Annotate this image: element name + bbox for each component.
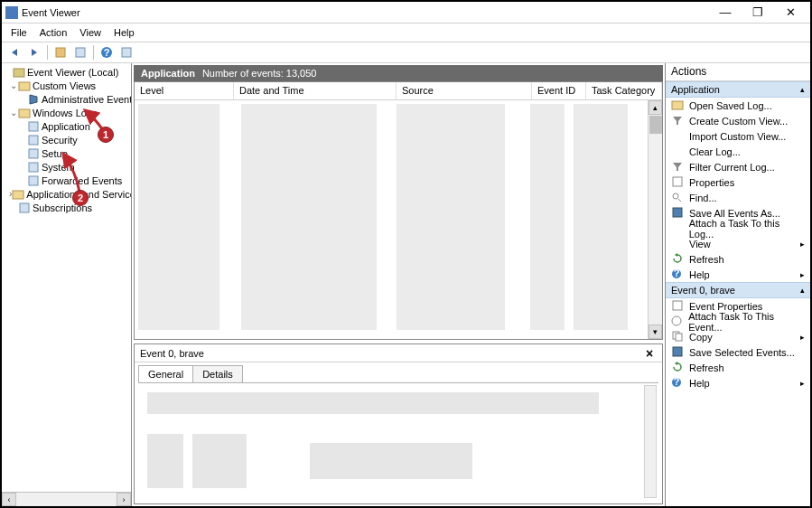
detail-panel: Event 0, brave × General Details — [134, 343, 663, 504]
find-icon — [671, 192, 686, 204]
svg-text:?: ? — [674, 268, 680, 278]
svg-rect-25 — [676, 334, 682, 341]
minimize-button[interactable]: — — [709, 4, 742, 22]
event-grid: Level Date and Time Source Event ID Task… — [134, 81, 663, 340]
svg-rect-12 — [29, 176, 38, 185]
tab-general[interactable]: General — [138, 365, 193, 382]
svg-rect-22 — [673, 301, 682, 310]
svg-rect-26 — [673, 347, 682, 356]
action-refresh[interactable]: Refresh — [666, 251, 810, 267]
detail-header: Event 0, brave × — [135, 344, 662, 362]
tree-subscriptions[interactable]: Subscriptions — [2, 201, 131, 214]
action-clear-log[interactable]: Clear Log... — [666, 144, 810, 159]
toolbar-btn-1[interactable] — [51, 43, 70, 61]
col-source[interactable]: Source — [397, 82, 532, 99]
help-icon: ? — [671, 268, 686, 281]
svg-rect-6 — [19, 82, 30, 90]
svg-rect-15 — [672, 101, 683, 109]
refresh-icon — [671, 362, 686, 374]
actions-section-application[interactable]: Application▴ — [666, 81, 810, 98]
main-area: Event Viewer (Local) ⌄Custom Views Admin… — [2, 63, 810, 506]
svg-rect-11 — [29, 163, 38, 172]
action-view[interactable]: View▸ — [666, 236, 810, 251]
properties-icon — [671, 300, 686, 313]
svg-rect-19 — [673, 208, 682, 217]
menu-bar: File Action View Help — [2, 24, 810, 42]
tree-root[interactable]: Event Viewer (Local) — [2, 65, 131, 79]
svg-rect-13 — [13, 191, 23, 199]
toolbar-btn-2[interactable] — [71, 43, 89, 61]
tree-admin-events[interactable]: Administrative Events — [2, 92, 131, 106]
help-icon: ? — [671, 377, 686, 390]
tree-custom-views[interactable]: ⌄Custom Views — [2, 79, 131, 92]
action-create-custom-view[interactable]: Create Custom View... — [666, 113, 810, 128]
list-log-name: Application — [141, 68, 195, 79]
detail-close-button[interactable]: × — [642, 346, 657, 361]
col-level[interactable]: Level — [135, 82, 234, 99]
detail-body — [138, 382, 658, 500]
grid-body[interactable]: ▴▾ — [135, 100, 662, 339]
action-help[interactable]: ?Help▸ — [666, 267, 810, 282]
tree-panel: Event Viewer (Local) ⌄Custom Views Admin… — [2, 63, 132, 506]
svg-rect-10 — [29, 149, 38, 158]
svg-line-18 — [678, 199, 681, 202]
center-panel: Application Number of events: 13,050 Lev… — [132, 63, 666, 506]
grid-header: Level Date and Time Source Event ID Task… — [135, 82, 662, 100]
action-properties[interactable]: Properties — [666, 174, 810, 190]
actions-section-event[interactable]: Event 0, brave▴ — [666, 282, 810, 298]
save-icon — [671, 346, 686, 359]
close-button[interactable]: ✕ — [774, 4, 807, 22]
back-button[interactable] — [5, 43, 23, 61]
maximize-button[interactable]: ❐ — [742, 4, 774, 22]
action-refresh-2[interactable]: Refresh — [666, 360, 810, 375]
refresh-icon — [671, 253, 686, 266]
annotation-marker-2: 2 — [72, 190, 89, 206]
action-copy[interactable]: Copy▸ — [666, 329, 810, 344]
action-attach-task-event[interactable]: Attach Task To This Event... — [666, 314, 810, 329]
svg-rect-14 — [20, 203, 29, 212]
svg-text:?: ? — [104, 47, 110, 58]
svg-rect-0 — [56, 48, 65, 57]
col-datetime[interactable]: Date and Time — [234, 82, 397, 99]
window-title: Event Viewer — [18, 7, 709, 18]
col-eventid[interactable]: Event ID — [532, 82, 586, 99]
tab-details[interactable]: Details — [192, 365, 243, 382]
action-import-custom-view[interactable]: Import Custom View... — [666, 128, 810, 144]
menu-view[interactable]: View — [74, 25, 107, 40]
tree-h-scrollbar[interactable]: ‹› — [2, 492, 131, 506]
toolbar-btn-3[interactable] — [117, 43, 135, 61]
save-icon — [671, 207, 686, 220]
detail-v-scrollbar[interactable] — [644, 385, 657, 498]
app-icon — [5, 6, 18, 19]
help-button[interactable]: ? — [98, 43, 116, 61]
col-taskcat[interactable]: Task Category — [586, 82, 662, 99]
list-header: Application Number of events: 13,050 — [134, 65, 663, 81]
action-attach-task-log[interactable]: Attach a Task To this Log... — [666, 221, 810, 236]
toolbar: ? — [2, 42, 810, 63]
action-save-selected[interactable]: Save Selected Events... — [666, 344, 810, 360]
task-icon — [671, 315, 685, 328]
menu-action[interactable]: Action — [34, 25, 73, 40]
svg-point-17 — [673, 193, 678, 199]
action-find[interactable]: Find... — [666, 190, 810, 205]
action-open-saved-log[interactable]: Open Saved Log... — [666, 98, 810, 113]
copy-icon — [671, 331, 686, 343]
svg-rect-1 — [76, 48, 85, 57]
svg-text:?: ? — [674, 377, 680, 387]
action-help-2[interactable]: ?Help▸ — [666, 375, 810, 390]
forward-button[interactable] — [25, 43, 43, 61]
svg-rect-4 — [122, 48, 131, 57]
title-bar: Event Viewer — ❐ ✕ — [2, 2, 810, 24]
svg-rect-8 — [29, 122, 38, 131]
menu-file[interactable]: File — [5, 25, 33, 40]
annotation-marker-1: 1 — [98, 127, 114, 143]
menu-help[interactable]: Help — [108, 25, 140, 40]
svg-rect-16 — [673, 177, 682, 186]
actions-panel: Actions Application▴ Open Saved Log... C… — [666, 63, 810, 506]
action-filter-log[interactable]: Filter Current Log... — [666, 159, 810, 174]
list-count: Number of events: 13,050 — [202, 68, 317, 79]
detail-title: Event 0, brave — [140, 348, 204, 359]
svg-rect-5 — [14, 69, 24, 77]
grid-v-scrollbar[interactable]: ▴▾ — [648, 100, 662, 339]
folder-open-icon — [671, 99, 686, 112]
